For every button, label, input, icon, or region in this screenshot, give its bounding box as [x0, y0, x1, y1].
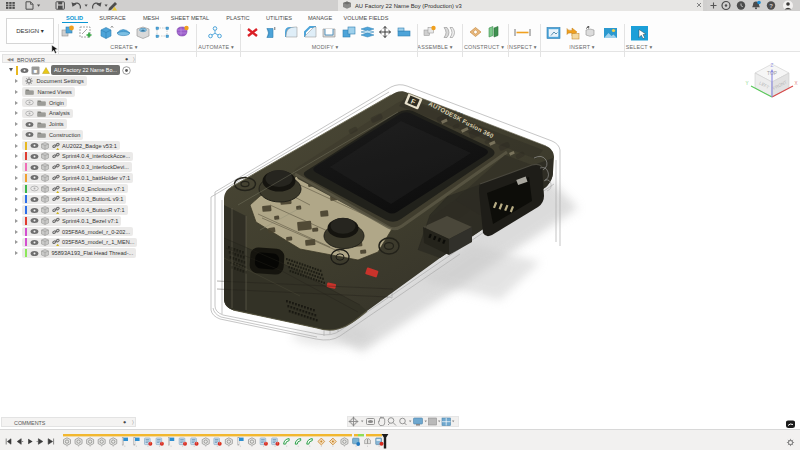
svg-text:!: ! [265, 442, 266, 446]
svg-text:!: ! [161, 442, 162, 446]
svg-text:!: ! [150, 442, 151, 446]
svg-text:X: X [794, 81, 797, 86]
svg-text:!: ! [219, 442, 220, 446]
svg-text:Z: Z [771, 63, 774, 68]
svg-text:Y: Y [745, 81, 748, 86]
svg-text:!: ! [185, 442, 186, 446]
svg-text:!: ! [277, 442, 278, 446]
svg-text:!: ! [196, 442, 197, 446]
svg-text:■: ■ [34, 68, 38, 74]
